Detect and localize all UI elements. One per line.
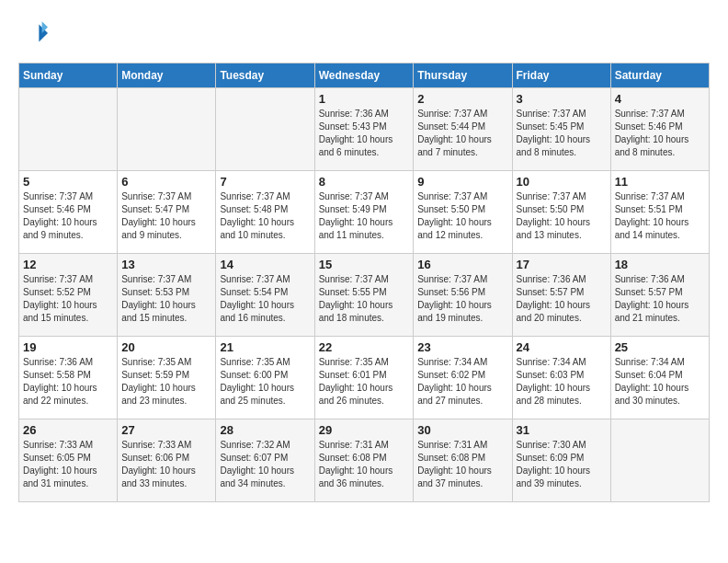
calendar-cell: 13 Sunrise: 7:37 AMSunset: 5:53 PMDaylig… <box>118 254 216 337</box>
cell-info: Sunrise: 7:37 AMSunset: 5:55 PMDaylight:… <box>319 273 410 325</box>
calendar-cell: 23 Sunrise: 7:34 AMSunset: 6:02 PMDaylig… <box>414 337 512 419</box>
calendar-cell: 11 Sunrise: 7:37 AMSunset: 5:51 PMDaylig… <box>610 171 709 254</box>
cell-info: Sunrise: 7:36 AMSunset: 5:43 PMDaylight:… <box>319 108 410 159</box>
cell-info: Sunrise: 7:37 AMSunset: 5:52 PMDaylight:… <box>23 273 113 325</box>
calendar-cell: 15 Sunrise: 7:37 AMSunset: 5:55 PMDaylig… <box>314 254 414 337</box>
day-number: 16 <box>417 258 507 271</box>
cell-info: Sunrise: 7:37 AMSunset: 5:45 PMDaylight:… <box>517 108 607 159</box>
cell-info: Sunrise: 7:32 AMSunset: 6:07 PMDaylight:… <box>220 439 310 490</box>
cell-info: Sunrise: 7:37 AMSunset: 5:48 PMDaylight:… <box>220 190 310 242</box>
week-row-1: 1 Sunrise: 7:36 AMSunset: 5:43 PMDayligh… <box>19 88 710 171</box>
calendar-cell: 28 Sunrise: 7:32 AMSunset: 6:07 PMDaylig… <box>216 419 314 502</box>
calendar-cell: 9 Sunrise: 7:37 AMSunset: 5:50 PMDayligh… <box>414 171 512 254</box>
calendar-cell: 4 Sunrise: 7:37 AMSunset: 5:46 PMDayligh… <box>610 88 709 171</box>
calendar-cell: 27 Sunrise: 7:33 AMSunset: 6:06 PMDaylig… <box>118 419 216 502</box>
calendar-cell: 6 Sunrise: 7:37 AMSunset: 5:47 PMDayligh… <box>118 171 216 254</box>
calendar-cell: 24 Sunrise: 7:34 AMSunset: 6:03 PMDaylig… <box>512 337 610 419</box>
weekday-header-friday: Friday <box>512 63 610 88</box>
page-header <box>18 18 710 48</box>
calendar-cell: 30 Sunrise: 7:31 AMSunset: 6:08 PMDaylig… <box>414 419 512 502</box>
cell-info: Sunrise: 7:37 AMSunset: 5:53 PMDaylight:… <box>121 273 211 325</box>
calendar-cell: 7 Sunrise: 7:37 AMSunset: 5:48 PMDayligh… <box>216 171 314 254</box>
cell-info: Sunrise: 7:36 AMSunset: 5:57 PMDaylight:… <box>517 273 607 325</box>
calendar-cell: 8 Sunrise: 7:37 AMSunset: 5:49 PMDayligh… <box>314 171 414 254</box>
calendar-cell: 21 Sunrise: 7:35 AMSunset: 6:00 PMDaylig… <box>216 337 314 419</box>
calendar-cell <box>118 88 216 171</box>
cell-info: Sunrise: 7:33 AMSunset: 6:05 PMDaylight:… <box>23 439 113 490</box>
weekday-header-wednesday: Wednesday <box>314 63 414 88</box>
day-number: 19 <box>23 340 113 354</box>
day-number: 24 <box>517 340 607 354</box>
weekday-header-thursday: Thursday <box>414 63 512 88</box>
day-number: 5 <box>23 175 113 189</box>
weekday-header-monday: Monday <box>118 63 216 88</box>
day-number: 18 <box>615 258 705 271</box>
week-row-3: 12 Sunrise: 7:37 AMSunset: 5:52 PMDaylig… <box>19 254 710 337</box>
calendar-cell: 12 Sunrise: 7:37 AMSunset: 5:52 PMDaylig… <box>19 254 118 337</box>
cell-info: Sunrise: 7:37 AMSunset: 5:46 PMDaylight:… <box>23 190 113 242</box>
cell-info: Sunrise: 7:37 AMSunset: 5:51 PMDaylight:… <box>615 190 705 242</box>
day-number: 27 <box>121 423 211 437</box>
cell-info: Sunrise: 7:37 AMSunset: 5:50 PMDaylight:… <box>517 190 607 242</box>
day-number: 25 <box>615 340 705 354</box>
calendar-cell: 22 Sunrise: 7:35 AMSunset: 6:01 PMDaylig… <box>314 337 414 419</box>
calendar-cell: 2 Sunrise: 7:37 AMSunset: 5:44 PMDayligh… <box>414 88 512 171</box>
calendar-cell: 19 Sunrise: 7:36 AMSunset: 5:58 PMDaylig… <box>19 337 118 419</box>
day-number: 7 <box>220 175 310 189</box>
day-number: 3 <box>517 92 607 106</box>
calendar-cell <box>610 419 709 502</box>
day-number: 23 <box>417 340 507 354</box>
cell-info: Sunrise: 7:37 AMSunset: 5:50 PMDaylight:… <box>417 190 507 242</box>
day-number: 2 <box>417 92 507 106</box>
cell-info: Sunrise: 7:35 AMSunset: 6:00 PMDaylight:… <box>220 356 310 408</box>
cell-info: Sunrise: 7:31 AMSunset: 6:08 PMDaylight:… <box>319 439 410 490</box>
calendar-cell: 29 Sunrise: 7:31 AMSunset: 6:08 PMDaylig… <box>314 419 414 502</box>
day-number: 28 <box>220 423 310 437</box>
calendar-cell: 3 Sunrise: 7:37 AMSunset: 5:45 PMDayligh… <box>512 88 610 171</box>
day-number: 29 <box>319 423 410 437</box>
day-number: 1 <box>319 92 410 106</box>
calendar-cell: 20 Sunrise: 7:35 AMSunset: 5:59 PMDaylig… <box>118 337 216 419</box>
calendar-cell: 1 Sunrise: 7:36 AMSunset: 5:43 PMDayligh… <box>314 88 414 171</box>
calendar-cell: 16 Sunrise: 7:37 AMSunset: 5:56 PMDaylig… <box>414 254 512 337</box>
calendar-cell: 17 Sunrise: 7:36 AMSunset: 5:57 PMDaylig… <box>512 254 610 337</box>
cell-info: Sunrise: 7:36 AMSunset: 5:58 PMDaylight:… <box>23 356 113 408</box>
calendar-cell: 25 Sunrise: 7:34 AMSunset: 6:04 PMDaylig… <box>610 337 709 419</box>
cell-info: Sunrise: 7:37 AMSunset: 5:44 PMDaylight:… <box>417 108 507 159</box>
day-number: 15 <box>319 258 410 271</box>
day-number: 6 <box>121 175 211 189</box>
cell-info: Sunrise: 7:35 AMSunset: 6:01 PMDaylight:… <box>319 356 410 408</box>
calendar-cell: 26 Sunrise: 7:33 AMSunset: 6:05 PMDaylig… <box>19 419 118 502</box>
cell-info: Sunrise: 7:37 AMSunset: 5:56 PMDaylight:… <box>417 273 507 325</box>
day-number: 31 <box>517 423 607 437</box>
calendar-table: SundayMondayTuesdayWednesdayThursdayFrid… <box>18 63 710 502</box>
cell-info: Sunrise: 7:35 AMSunset: 5:59 PMDaylight:… <box>121 356 211 408</box>
day-number: 11 <box>615 175 705 189</box>
cell-info: Sunrise: 7:31 AMSunset: 6:08 PMDaylight:… <box>417 439 507 490</box>
weekday-header-row: SundayMondayTuesdayWednesdayThursdayFrid… <box>19 63 710 88</box>
day-number: 8 <box>319 175 410 189</box>
cell-info: Sunrise: 7:34 AMSunset: 6:04 PMDaylight:… <box>615 356 705 408</box>
day-number: 22 <box>319 340 410 354</box>
logo-icon <box>18 18 48 48</box>
day-number: 9 <box>417 175 507 189</box>
cell-info: Sunrise: 7:37 AMSunset: 5:49 PMDaylight:… <box>319 190 410 242</box>
cell-info: Sunrise: 7:36 AMSunset: 5:57 PMDaylight:… <box>615 273 705 325</box>
cell-info: Sunrise: 7:37 AMSunset: 5:46 PMDaylight:… <box>615 108 705 159</box>
calendar-cell: 10 Sunrise: 7:37 AMSunset: 5:50 PMDaylig… <box>512 171 610 254</box>
calendar-cell <box>216 88 314 171</box>
cell-info: Sunrise: 7:37 AMSunset: 5:47 PMDaylight:… <box>121 190 211 242</box>
day-number: 10 <box>517 175 607 189</box>
day-number: 12 <box>23 258 113 271</box>
cell-info: Sunrise: 7:34 AMSunset: 6:03 PMDaylight:… <box>517 356 607 408</box>
week-row-4: 19 Sunrise: 7:36 AMSunset: 5:58 PMDaylig… <box>19 337 710 419</box>
day-number: 14 <box>220 258 310 271</box>
cell-info: Sunrise: 7:34 AMSunset: 6:02 PMDaylight:… <box>417 356 507 408</box>
day-number: 17 <box>517 258 607 271</box>
day-number: 21 <box>220 340 310 354</box>
calendar-cell: 31 Sunrise: 7:30 AMSunset: 6:09 PMDaylig… <box>512 419 610 502</box>
logo <box>18 18 51 48</box>
cell-info: Sunrise: 7:37 AMSunset: 5:54 PMDaylight:… <box>220 273 310 325</box>
weekday-header-sunday: Sunday <box>19 63 118 88</box>
cell-info: Sunrise: 7:33 AMSunset: 6:06 PMDaylight:… <box>121 439 211 490</box>
